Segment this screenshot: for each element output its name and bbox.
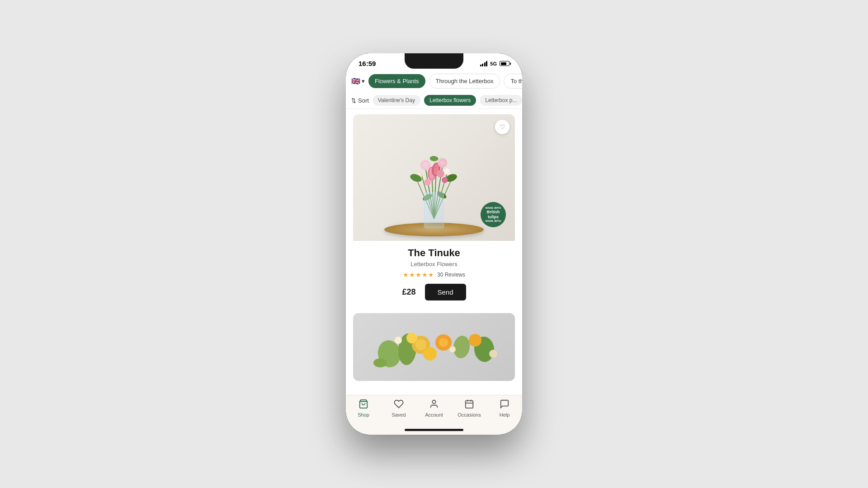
product-rating-tinuke: ★★★★★ 30 Reviews [360,271,508,278]
sub-tab-letterbox-flowers[interactable]: Letterbox flowers [424,95,476,106]
svg-point-38 [373,358,387,367]
svg-point-27 [442,177,448,183]
product-price-tinuke: £28 [402,287,415,297]
svg-point-17 [440,161,445,165]
wishlist-button[interactable]: ♡ [495,120,509,134]
review-count-tinuke: 30 Reviews [437,272,465,278]
5g-indicator: 5G [490,61,497,66]
sort-icon: ⇅ [351,97,356,104]
nav-label-help: Help [500,412,510,418]
chat-icon [500,399,509,411]
nav-item-account[interactable]: Account [416,399,452,418]
nav-tabs: 🇬🇧 ▾ Flowers & Plants Through the Letter… [346,70,522,92]
battery-icon [500,61,509,66]
sort-label: Sort [358,97,369,104]
product-title-tinuke: The Tinuke [360,247,508,259]
heart-icon [394,399,404,411]
product-subtitle-tinuke: Letterbox Flowers [360,261,508,267]
vase-image [424,192,444,228]
product-card-tinuke: MADE WITH British tulips MADE WITH ♡ The… [353,114,515,308]
svg-point-35 [423,347,437,361]
flowers-scene-2 [353,313,515,381]
svg-point-34 [452,335,472,360]
flowers-image-2 [353,313,515,381]
svg-point-41 [449,346,456,352]
product-image-wrapper-2 [353,313,515,381]
svg-point-37 [406,333,417,343]
nav-label-occasions: Occasions [458,412,481,418]
svg-rect-45 [466,401,473,408]
svg-point-26 [424,179,431,186]
svg-point-42 [489,350,497,358]
sub-tab-valentines[interactable]: Valentine's Day [373,95,420,106]
tab-flowers-plants[interactable]: Flowers & Plants [368,74,425,88]
badge-british: British [487,210,500,215]
svg-point-15 [423,163,428,168]
product-image-wrapper: MADE WITH British tulips MADE WITH ♡ [353,114,515,241]
send-button-tinuke[interactable]: Send [425,284,466,300]
phone-screen: 16:59 5G 🇬🇧 ▾ Flowers & Plants [346,53,522,435]
badge-made-with-2: MADE WITH [486,220,501,223]
flag-selector[interactable]: 🇬🇧 ▾ [351,77,365,85]
tab-to-the[interactable]: To the... [504,74,522,89]
notch [405,53,463,69]
svg-point-25 [437,170,444,178]
tab-through-letterbox[interactable]: Through the Letterbox [429,74,500,89]
product-info-tinuke: The Tinuke Letterbox Flowers ★★★★★ 30 Re… [353,241,515,308]
nav-label-account: Account [425,412,443,418]
svg-point-39 [469,334,481,347]
svg-point-44 [432,400,435,404]
flag-icon: 🇬🇧 [351,77,360,85]
sub-tabs: ⇅ Sort Valentine's Day Letterbox flowers… [346,92,522,109]
product-card-second [353,313,515,381]
nav-item-saved[interactable]: Saved [381,399,416,418]
nav-item-help[interactable]: Help [487,399,522,418]
shop-icon [359,399,368,411]
home-indicator [405,429,463,431]
sub-tab-letterbox-p[interactable]: Letterbox p... [480,95,522,106]
phone-frame: 16:59 5G 🇬🇧 ▾ Flowers & Plants [346,53,522,435]
status-time: 16:59 [359,60,376,67]
nav-item-shop[interactable]: Shop [346,399,381,418]
sort-button[interactable]: ⇅ Sort [351,97,369,104]
nav-item-occasions[interactable]: Occasions [452,399,487,418]
status-icons: 5G [480,61,509,66]
british-tulips-badge: MADE WITH British tulips MADE WITH [481,202,506,227]
svg-point-33 [439,338,448,347]
flag-chevron: ▾ [362,78,365,84]
svg-point-40 [395,337,402,344]
signal-bars-icon [480,61,488,66]
svg-point-24 [429,155,439,161]
nav-label-shop: Shop [358,412,369,418]
product-action-tinuke: £28 Send [360,284,508,300]
account-icon [429,399,439,411]
product-list: MADE WITH British tulips MADE WITH ♡ The… [346,109,522,420]
stars-tinuke: ★★★★★ [403,271,434,278]
badge-tulips: tulips [488,215,499,220]
badge-made-with: MADE WITH [486,206,501,210]
svg-point-31 [415,339,426,350]
calendar-icon [464,399,474,411]
nav-label-saved: Saved [392,412,406,418]
